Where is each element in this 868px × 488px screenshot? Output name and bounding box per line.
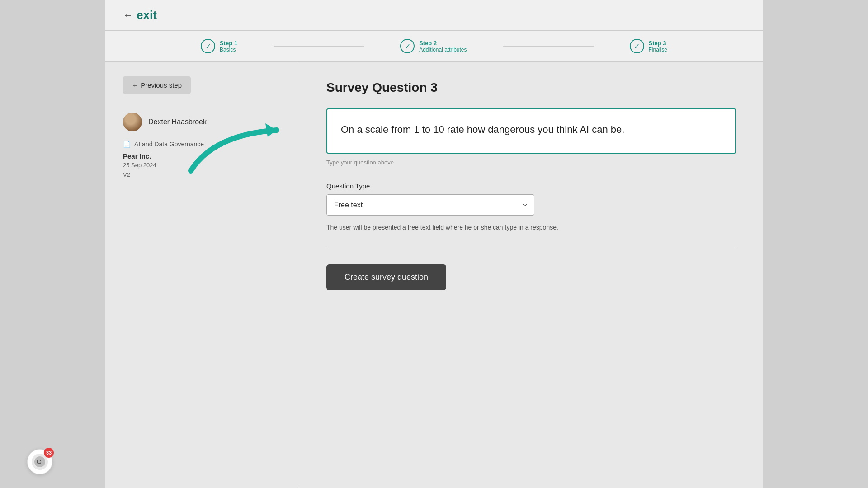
- section-divider: [326, 246, 736, 246]
- page-title: Survey Question 3: [326, 80, 736, 95]
- step-1-label: Step 1: [220, 40, 237, 47]
- step-1-check-icon: ✓: [201, 39, 215, 53]
- step-divider-2: [503, 46, 594, 47]
- question-type-select[interactable]: Free text Multiple choice Rating scale Y…: [326, 194, 534, 216]
- chat-widget[interactable]: 33 C: [27, 449, 52, 474]
- prev-step-button[interactable]: ← Previous step: [123, 76, 191, 94]
- teal-arrow-annotation: [177, 99, 295, 189]
- question-type-label: Question Type: [326, 182, 736, 190]
- exit-link[interactable]: ← exit: [123, 8, 157, 22]
- step-2-check-icon: ✓: [400, 39, 415, 53]
- svg-marker-0: [265, 123, 277, 137]
- avatar-image: [123, 113, 142, 131]
- content-panel: Survey Question 3 On a scale from 1 to 1…: [299, 62, 763, 487]
- step-1-sublabel: Basics: [220, 47, 237, 53]
- create-btn-label: Create survey question: [344, 272, 428, 282]
- chat-badge: 33: [44, 448, 54, 458]
- svg-text:C: C: [37, 458, 41, 465]
- main-content: ← Previous step Dexter Haasbroek 📄 AI an…: [105, 62, 763, 487]
- avatar: [123, 113, 142, 131]
- chat-logo-svg: C: [33, 455, 46, 468]
- step-3-check-icon: ✓: [630, 39, 644, 53]
- document-icon: 📄: [123, 141, 131, 148]
- step-1[interactable]: ✓ Step 1 Basics: [165, 39, 274, 53]
- question-text-box[interactable]: On a scale from 1 to 10 rate how dangero…: [326, 108, 736, 154]
- step-2[interactable]: ✓ Step 2 Additional attributes: [364, 39, 503, 53]
- back-arrow-icon: ←: [123, 9, 133, 21]
- question-hint: Type your question above: [326, 159, 736, 166]
- sidebar: ← Previous step Dexter Haasbroek 📄 AI an…: [105, 62, 299, 487]
- step-divider-1: [274, 46, 364, 47]
- create-survey-question-button[interactable]: Create survey question: [326, 264, 446, 290]
- step-2-label: Step 2: [419, 40, 467, 47]
- question-text: On a scale from 1 to 10 rate how dangero…: [341, 124, 624, 135]
- prev-step-label: ← Previous step: [132, 81, 182, 89]
- step-3-sublabel: Finalise: [649, 47, 667, 53]
- question-type-description: The user will be presented a free text f…: [326, 223, 643, 232]
- question-type-select-wrapper[interactable]: Free text Multiple choice Rating scale Y…: [326, 194, 534, 216]
- steps-bar: ✓ Step 1 Basics ✓ Step 2 Additional attr…: [105, 31, 763, 62]
- step-2-sublabel: Additional attributes: [419, 47, 467, 53]
- top-header: ← exit: [105, 0, 763, 31]
- step-3-label: Step 3: [649, 40, 667, 47]
- exit-label: exit: [137, 8, 157, 22]
- step-3[interactable]: ✓ Step 3 Finalise: [594, 39, 703, 53]
